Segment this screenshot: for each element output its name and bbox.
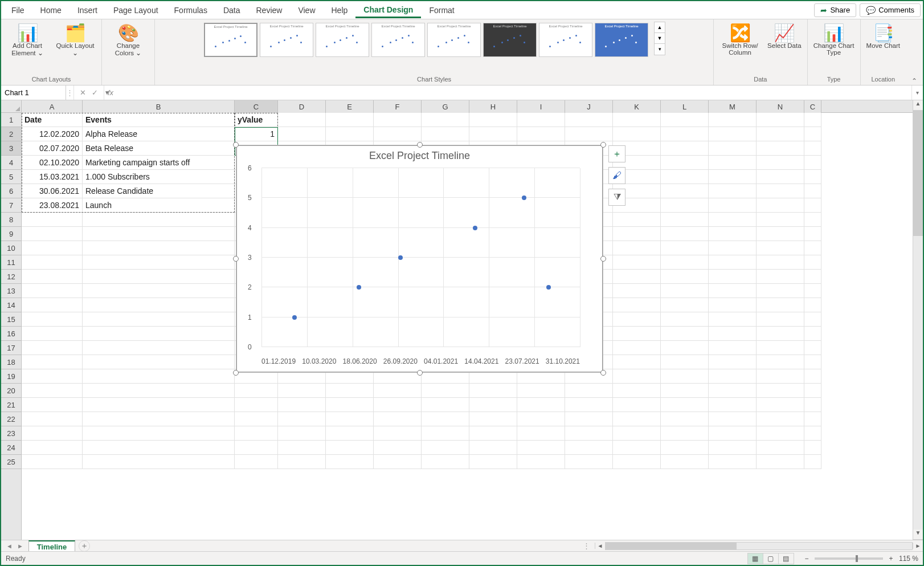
hscroll-thumb[interactable]: [606, 543, 737, 549]
zoom-in-button[interactable]: +: [886, 555, 896, 563]
cell[interactable]: [613, 213, 661, 227]
tab-file[interactable]: File: [3, 2, 32, 18]
chart-elements-button[interactable]: ＋: [608, 145, 625, 162]
cell[interactable]: [804, 227, 821, 241]
add-sheet-button[interactable]: ＋: [79, 540, 90, 552]
scroll-down-button[interactable]: ▼: [913, 530, 923, 540]
chart-resize-handle[interactable]: [233, 370, 239, 376]
cell[interactable]: [326, 441, 374, 455]
col-header-F[interactable]: F: [374, 100, 422, 113]
cell[interactable]: [757, 455, 804, 469]
row-header-10[interactable]: 10: [1, 241, 21, 255]
cell[interactable]: [661, 384, 709, 398]
cell[interactable]: [83, 355, 235, 369]
styles-gallery-dropdown[interactable]: ▾: [655, 44, 665, 55]
cell[interactable]: [709, 384, 757, 398]
cell[interactable]: [22, 384, 83, 398]
chart-resize-handle[interactable]: [600, 142, 606, 148]
col-header-C[interactable]: C: [235, 100, 278, 113]
formula-bar-resize[interactable]: ⋮: [66, 85, 74, 100]
cell[interactable]: [83, 298, 235, 312]
cell[interactable]: [709, 127, 757, 141]
cell[interactable]: [22, 312, 83, 327]
cell[interactable]: [374, 127, 422, 141]
cell[interactable]: [661, 284, 709, 298]
cell[interactable]: [709, 241, 757, 255]
cell[interactable]: [661, 455, 709, 469]
cell[interactable]: 02.10.2020: [22, 156, 83, 170]
chart-style-option[interactable]: Excel Project Timeline: [371, 23, 425, 57]
cell[interactable]: [757, 312, 804, 327]
cell[interactable]: Release Candidate: [83, 184, 235, 198]
cell[interactable]: [422, 127, 469, 141]
cell[interactable]: 1.000 Subscribers: [83, 170, 235, 184]
col-header-N[interactable]: N: [757, 100, 804, 113]
cell[interactable]: [22, 441, 83, 455]
add-chart-element-button[interactable]: 📊 Add Chart Element ⌄: [5, 22, 50, 58]
cell[interactable]: [517, 384, 565, 398]
chart-style-option[interactable]: Excel Project Timeline: [483, 23, 537, 57]
cell[interactable]: [517, 455, 565, 469]
vscroll-thumb[interactable]: [913, 111, 923, 236]
cell[interactable]: [661, 255, 709, 270]
cell[interactable]: [804, 270, 821, 284]
cell[interactable]: [326, 113, 374, 127]
cell[interactable]: [757, 127, 804, 141]
chart-resize-handle[interactable]: [600, 256, 606, 262]
chart-filters-button[interactable]: ⧩: [608, 189, 625, 206]
cell[interactable]: [661, 412, 709, 426]
col-header-D[interactable]: D: [278, 100, 326, 113]
change-colors-button[interactable]: 🎨 Change Colors ⌄: [105, 22, 151, 58]
cell[interactable]: [22, 270, 83, 284]
zoom-out-button[interactable]: −: [802, 555, 811, 563]
row-header-22[interactable]: 22: [1, 412, 21, 426]
cell[interactable]: [757, 113, 804, 127]
cell[interactable]: [83, 327, 235, 341]
cell[interactable]: Date: [22, 113, 83, 127]
chart-style-option[interactable]: Excel Project Timeline: [204, 23, 257, 57]
cell[interactable]: [709, 341, 757, 355]
cell[interactable]: [83, 455, 235, 469]
cell[interactable]: [613, 227, 661, 241]
cell[interactable]: yValue: [235, 113, 278, 127]
chart-resize-handle[interactable]: [600, 370, 606, 376]
row-header-6[interactable]: 6: [1, 184, 21, 198]
cell[interactable]: [22, 227, 83, 241]
cell[interactable]: [374, 455, 422, 469]
cell[interactable]: [709, 113, 757, 127]
cell[interactable]: [565, 384, 613, 398]
cell[interactable]: [83, 441, 235, 455]
collapse-ribbon-button[interactable]: ⌃: [906, 77, 923, 85]
row-header-25[interactable]: 25: [1, 455, 21, 469]
cell[interactable]: [661, 156, 709, 170]
cell[interactable]: [22, 341, 83, 355]
cell[interactable]: [22, 241, 83, 255]
cell[interactable]: [235, 412, 278, 426]
cell[interactable]: [661, 327, 709, 341]
cell[interactable]: [709, 156, 757, 170]
zoom-slider[interactable]: [815, 557, 883, 560]
cell[interactable]: [469, 426, 517, 441]
cell[interactable]: [22, 412, 83, 426]
cell[interactable]: [469, 441, 517, 455]
cell[interactable]: [661, 341, 709, 355]
chart-style-option[interactable]: Excel Project Timeline: [595, 23, 648, 57]
cell[interactable]: [83, 369, 235, 384]
cell[interactable]: [757, 369, 804, 384]
col-header-L[interactable]: L: [661, 100, 709, 113]
cell[interactable]: [469, 127, 517, 141]
cell[interactable]: [661, 241, 709, 255]
cell[interactable]: [757, 213, 804, 227]
cell[interactable]: [22, 327, 83, 341]
cell[interactable]: [709, 398, 757, 412]
cell[interactable]: [613, 369, 661, 384]
cell[interactable]: [22, 455, 83, 469]
cell[interactable]: [22, 398, 83, 412]
cell[interactable]: [661, 213, 709, 227]
cell[interactable]: [278, 412, 326, 426]
cell[interactable]: 30.06.2021: [22, 184, 83, 198]
cell[interactable]: Alpha Release: [83, 127, 235, 141]
cell[interactable]: [517, 441, 565, 455]
cell[interactable]: [22, 426, 83, 441]
sheet-nav-prev[interactable]: ◄: [5, 543, 14, 549]
